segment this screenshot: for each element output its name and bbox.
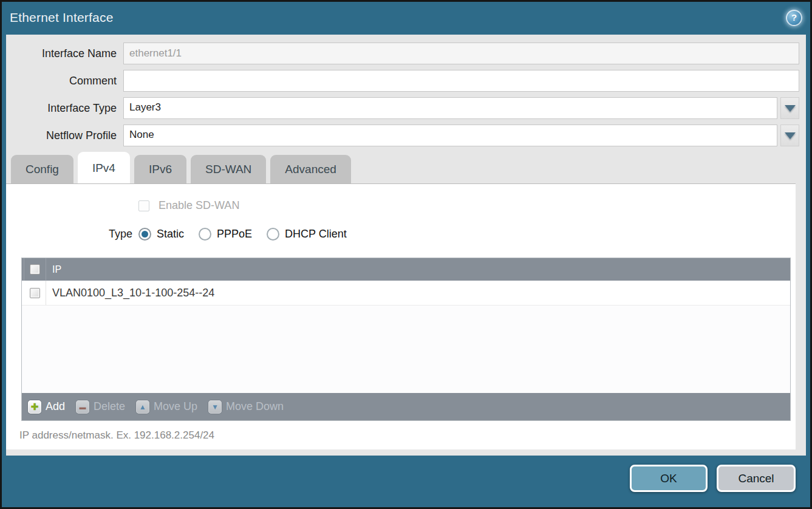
radio-pppoe[interactable] xyxy=(199,228,211,241)
dialog-footer: OK Cancel xyxy=(2,456,810,507)
netflow-profile-row: Netflow Profile None xyxy=(6,125,799,146)
comment-row: Comment xyxy=(6,70,799,92)
netflow-profile-select[interactable]: None xyxy=(123,125,777,146)
cancel-button[interactable]: Cancel xyxy=(717,465,796,492)
ip-table: IP VLAN0100_L3_10-1-100-254--24 ✚ Add xyxy=(21,258,791,421)
interface-type-row: Interface Type Layer3 xyxy=(6,97,799,119)
table-row[interactable]: VLAN0100_L3_10-1-100-254--24 xyxy=(22,281,790,306)
interface-form: Interface Name Comment Interface Type La… xyxy=(6,35,806,146)
ip-table-header: IP xyxy=(22,258,790,281)
ok-button[interactable]: OK xyxy=(630,465,708,492)
radio-option-static[interactable]: Static xyxy=(138,228,184,241)
chevron-down-icon xyxy=(785,132,796,139)
enable-sdwan-checkbox[interactable] xyxy=(138,200,149,211)
type-radio-row: Type Static PPPoE DHCP Client xyxy=(6,228,796,241)
radio-dhcp-client-label: DHCP Client xyxy=(285,228,347,241)
enable-sdwan-label: Enable SD-WAN xyxy=(159,199,239,212)
add-button-label: Add xyxy=(46,400,65,413)
add-icon: ✚ xyxy=(28,400,41,414)
ethernet-interface-dialog: Ethernet Interface ? Interface Name Comm… xyxy=(0,0,812,509)
tab-strip: Config IPv4 IPv6 SD-WAN Advanced xyxy=(6,152,806,183)
radio-pppoe-label: PPPoE xyxy=(217,228,252,241)
netflow-profile-label: Netflow Profile xyxy=(6,129,123,142)
ip-cell[interactable]: VLAN0100_L3_10-1-100-254--24 xyxy=(46,287,214,299)
select-all-checkbox[interactable] xyxy=(30,264,40,275)
tab-sdwan[interactable]: SD-WAN xyxy=(191,155,266,183)
help-icon[interactable]: ? xyxy=(786,10,802,26)
ip-table-body: VLAN0100_L3_10-1-100-254--24 xyxy=(22,281,790,393)
add-button[interactable]: ✚ Add xyxy=(28,400,65,414)
move-up-button[interactable]: ▲ Move Up xyxy=(136,400,197,414)
row-checkbox[interactable] xyxy=(30,288,40,298)
chevron-down-icon xyxy=(785,105,796,112)
row-checkbox-cell xyxy=(24,281,46,305)
enable-sdwan-row: Enable SD-WAN xyxy=(6,184,796,212)
tab-ipv4[interactable]: IPv4 xyxy=(78,152,130,183)
radio-option-pppoe[interactable]: PPPoE xyxy=(199,228,252,241)
move-down-icon: ▼ xyxy=(208,400,222,414)
tab-ipv6[interactable]: IPv6 xyxy=(134,155,186,183)
delete-button-label: Delete xyxy=(94,400,125,413)
ipv4-tab-panel: Enable SD-WAN Type Static PPPoE DHCP Cli… xyxy=(6,183,796,449)
radio-static-label: Static xyxy=(157,228,184,241)
delete-button[interactable]: ▬ Delete xyxy=(76,400,125,414)
interface-name-label: Interface Name xyxy=(6,47,123,60)
move-down-button[interactable]: ▼ Move Down xyxy=(208,400,284,414)
ip-format-hint: IP address/netmask. Ex. 192.168.2.254/24 xyxy=(19,429,796,442)
move-up-icon: ▲ xyxy=(136,400,149,414)
interface-type-label: Interface Type xyxy=(6,102,123,115)
dialog-title-bar: Ethernet Interface ? xyxy=(2,2,810,35)
ip-column-header: IP xyxy=(46,264,61,275)
tab-config[interactable]: Config xyxy=(11,155,73,183)
type-label: Type xyxy=(6,228,132,241)
delete-icon: ▬ xyxy=(76,400,89,414)
radio-option-dhcp-client[interactable]: DHCP Client xyxy=(267,228,347,241)
dialog-body: Interface Name Comment Interface Type La… xyxy=(6,35,806,456)
interface-name-field xyxy=(123,43,799,64)
ip-table-toolbar: ✚ Add ▬ Delete ▲ Move Up ▼ Move Down xyxy=(22,393,790,420)
comment-field[interactable] xyxy=(123,70,799,92)
move-up-button-label: Move Up xyxy=(154,400,197,413)
interface-type-select[interactable]: Layer3 xyxy=(123,97,777,119)
move-down-button-label: Move Down xyxy=(226,400,284,413)
netflow-profile-dropdown-button[interactable] xyxy=(780,125,799,146)
interface-type-dropdown-button[interactable] xyxy=(780,97,799,119)
dialog-title: Ethernet Interface xyxy=(10,10,114,25)
radio-static[interactable] xyxy=(138,228,151,241)
comment-label: Comment xyxy=(6,75,123,87)
tab-advanced[interactable]: Advanced xyxy=(270,155,351,183)
interface-name-row: Interface Name xyxy=(6,43,799,64)
select-all-cell xyxy=(24,258,46,281)
radio-dhcp-client[interactable] xyxy=(267,228,279,241)
